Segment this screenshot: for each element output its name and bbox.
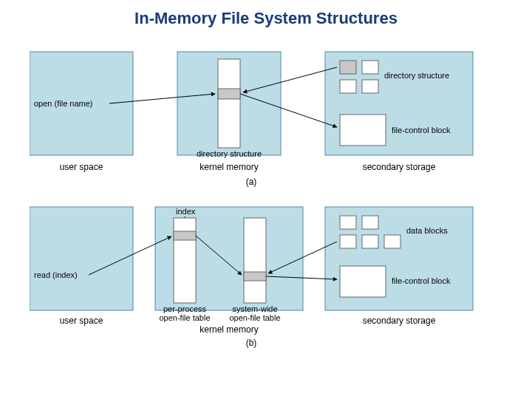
data-block-3: [340, 235, 356, 248]
svg-text:per-processopen-file table: per-processopen-file table: [159, 304, 210, 322]
dir-block-4: [362, 80, 378, 93]
dir-block-3: [340, 80, 356, 93]
storage-dir-label: directory structure: [384, 71, 449, 80]
fcb-block-a: [340, 115, 386, 146]
data-block-5: [384, 235, 400, 248]
per-process-label-2: open-file table: [159, 313, 210, 322]
fcb-label-b: file-control block: [392, 276, 451, 285]
data-block-4: [362, 235, 378, 248]
data-block-2: [362, 216, 378, 229]
system-wide-label-1: system-wide: [232, 304, 277, 313]
panel-b-user: [30, 207, 133, 310]
diagram: open (file name) directory structure dir…: [30, 44, 502, 384]
dir-structure-entry: [218, 89, 240, 99]
dir-structure-label: directory structure: [197, 149, 262, 158]
per-process-table: [174, 218, 196, 303]
system-wide-label-2: open-file table: [229, 313, 280, 322]
system-wide-table: [244, 218, 266, 303]
dir-block-2: [362, 61, 378, 74]
col-kernel-a: kernel memory: [200, 162, 258, 172]
system-wide-entry: [244, 272, 266, 281]
col-kernel-b: kernel memory: [200, 324, 258, 335]
dir-structure-block: [218, 59, 240, 148]
page-title: In-Memory File System Structures: [0, 9, 532, 28]
col-user-b: user space: [60, 316, 103, 326]
fcb-label-a: file-control block: [392, 126, 451, 134]
panel-b-tag: (b): [246, 338, 257, 348]
col-storage-b: secondary storage: [363, 316, 436, 326]
col-user-a: user space: [60, 162, 103, 172]
per-process-entry: [174, 231, 196, 240]
fcb-block-b: [340, 266, 386, 297]
dir-block-1: [340, 61, 356, 74]
index-label: index: [176, 207, 196, 216]
panel-a-tag: (a): [246, 177, 257, 187]
data-block-1: [340, 216, 356, 229]
col-storage-a: secondary storage: [363, 162, 436, 172]
svg-text:system-wideopen-file table: system-wideopen-file table: [229, 304, 280, 322]
per-process-label-1: per-process: [163, 304, 207, 313]
data-blocks-label: data blocks: [406, 226, 448, 235]
open-call-label: open (file name): [34, 99, 93, 108]
read-call-label: read (index): [34, 270, 78, 279]
